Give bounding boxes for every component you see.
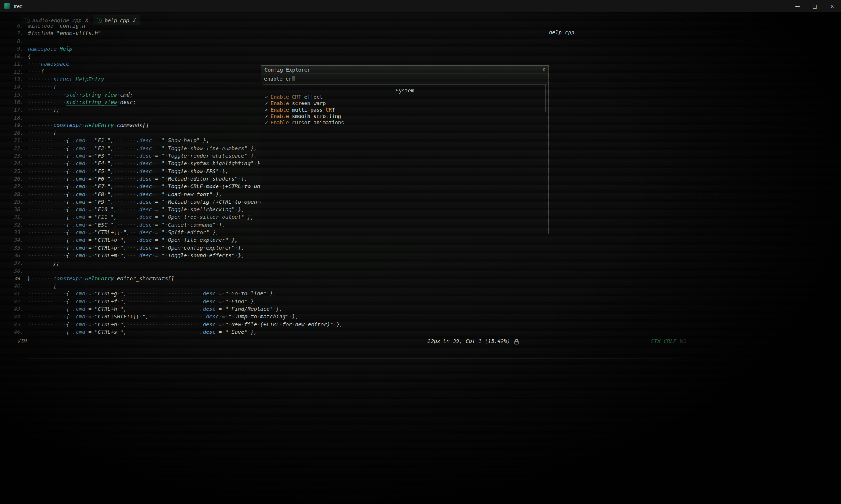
config-item[interactable]: ✓Enable CRT effect bbox=[263, 94, 547, 100]
token: ··· bbox=[126, 245, 136, 251]
token: · bbox=[92, 183, 95, 189]
token: " bbox=[108, 183, 111, 189]
token: .cmd bbox=[72, 145, 85, 151]
tab-close-icon[interactable]: X bbox=[85, 18, 88, 23]
token: ; bbox=[133, 99, 136, 105]
token: ········ bbox=[28, 283, 53, 289]
token: " bbox=[161, 214, 165, 220]
token: · bbox=[85, 214, 88, 220]
token: .desc bbox=[200, 321, 215, 327]
token: · bbox=[92, 245, 95, 251]
token: ············ bbox=[28, 199, 66, 205]
token: ············ bbox=[28, 222, 66, 228]
token: " bbox=[120, 252, 123, 258]
popup-scrollbar-thumb[interactable] bbox=[545, 85, 546, 112]
tab-close-icon[interactable]: X bbox=[133, 18, 135, 23]
code-line[interactable]: 45.············{·.cmd·=·"CTRL+n·",······… bbox=[11, 321, 343, 328]
code-line[interactable]: 46.············{·.cmd·=·"CTRL+s·",······… bbox=[11, 328, 343, 336]
token: matching bbox=[260, 313, 285, 320]
token: , bbox=[111, 168, 114, 174]
token: " bbox=[95, 145, 98, 151]
code-line[interactable]: 39.········constexpr·HelpEntry·editor_sh… bbox=[11, 275, 343, 282]
token: " bbox=[212, 222, 215, 228]
token: · bbox=[158, 137, 161, 143]
code-line[interactable]: 35.············{·.cmd·=·"CTRL+p·",···.de… bbox=[11, 244, 343, 252]
token: show bbox=[190, 145, 203, 151]
token: render bbox=[190, 153, 209, 159]
token: ······· bbox=[114, 160, 136, 166]
token: .desc bbox=[136, 176, 152, 182]
token: Open bbox=[168, 245, 181, 251]
token: namespace bbox=[28, 46, 57, 52]
token: ············ bbox=[28, 168, 66, 174]
token: · bbox=[184, 229, 187, 235]
token: { bbox=[66, 168, 69, 174]
token: { bbox=[66, 290, 69, 297]
token: " bbox=[161, 145, 165, 151]
token: · bbox=[165, 199, 168, 205]
token: " bbox=[161, 222, 165, 228]
token: ; bbox=[130, 92, 133, 98]
token: ······················· bbox=[126, 329, 200, 335]
code-line[interactable]: 37.········}; bbox=[11, 259, 343, 267]
token: · bbox=[69, 229, 72, 235]
token: · bbox=[69, 160, 72, 166]
config-item[interactable]: ✓Enable smooth scrolling bbox=[263, 113, 547, 120]
checkbox-checked-icon: ✓ bbox=[265, 113, 271, 120]
status-flag-stx: STX bbox=[651, 338, 660, 344]
token: }, bbox=[270, 290, 276, 297]
config-item[interactable]: ✓Enable cursor animations bbox=[263, 120, 547, 126]
code-line[interactable]: 38. bbox=[11, 267, 343, 275]
token: ······· bbox=[114, 199, 136, 205]
token: · bbox=[92, 237, 95, 243]
config-search-input[interactable]: enable cr bbox=[261, 74, 548, 83]
token: .cmd bbox=[72, 245, 85, 251]
token: { bbox=[66, 306, 69, 312]
token: New bbox=[232, 321, 241, 327]
token: = bbox=[155, 183, 158, 189]
token: " bbox=[143, 313, 146, 320]
popup-close-icon[interactable]: X bbox=[543, 67, 545, 72]
status-flag-ws: WS bbox=[680, 338, 686, 344]
token: , bbox=[126, 229, 129, 235]
token: = bbox=[155, 214, 158, 220]
line-number: 14. bbox=[11, 83, 23, 91]
line-number: 38. bbox=[11, 267, 23, 275]
code-line[interactable]: 34.············{·.cmd·=·"CTRL+o·",···.de… bbox=[11, 236, 343, 244]
code-line[interactable]: 44.············{·.cmd·=·"CTRL+SHIFT+\\·"… bbox=[11, 313, 343, 320]
code-line[interactable]: 10.{ bbox=[11, 52, 343, 60]
tab-help[interactable]: + help.cpp X bbox=[93, 15, 139, 25]
token: · bbox=[114, 122, 117, 128]
minimize-button[interactable]: — bbox=[789, 0, 806, 12]
token: · bbox=[254, 160, 257, 166]
code-line[interactable]: 41.············{·.cmd·=·"CTRL+g·",······… bbox=[11, 290, 343, 297]
token: constexpr bbox=[53, 122, 82, 128]
token: = bbox=[88, 252, 91, 258]
token: Show bbox=[168, 137, 181, 143]
tab-audio-engine[interactable]: + audio-engine.cpp X bbox=[21, 15, 92, 25]
code-line[interactable]: 9.namespace·Help bbox=[11, 45, 343, 52]
token: · bbox=[165, 206, 168, 212]
code-line[interactable]: 43.············{·.cmd·=·"CTRL+h·",······… bbox=[11, 305, 343, 313]
popup-title-bar[interactable]: Config Explorer X bbox=[261, 66, 548, 74]
code-line[interactable]: 40.········{ bbox=[11, 282, 343, 290]
maximize-button[interactable]: □ bbox=[806, 0, 824, 12]
config-item[interactable]: ✓Enable screen warp bbox=[263, 100, 547, 107]
token: ······· bbox=[114, 176, 136, 182]
config-list-frame: System ✓Enable CRT effect✓Enable screen … bbox=[263, 84, 547, 232]
config-item[interactable]: ✓Enable multi-pass CRT bbox=[263, 107, 547, 113]
token: }, bbox=[238, 245, 244, 251]
code-line[interactable]: 7.#include·"enum-utils.h" bbox=[11, 29, 343, 37]
close-button[interactable]: ✕ bbox=[824, 0, 841, 12]
token: CTRL+m bbox=[98, 252, 117, 258]
code-line[interactable]: 8. bbox=[11, 37, 343, 45]
token: · bbox=[248, 298, 251, 304]
code-line[interactable]: 42.············{·.cmd·=·"CTRL+f·",······… bbox=[11, 298, 343, 305]
token: · bbox=[69, 199, 72, 205]
token: .cmd bbox=[72, 191, 85, 197]
token: " bbox=[108, 137, 111, 143]
token: · bbox=[53, 30, 56, 36]
token: " bbox=[225, 321, 228, 327]
token: " bbox=[161, 176, 165, 182]
code-line[interactable]: 36.············{·.cmd·=·"CTRL+m·",···.de… bbox=[11, 252, 343, 259]
